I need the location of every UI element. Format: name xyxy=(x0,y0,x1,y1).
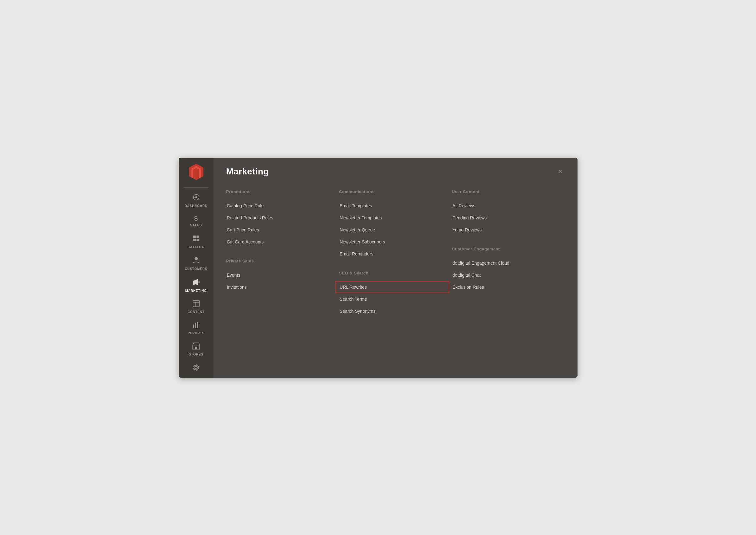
svg-point-22 xyxy=(195,366,198,369)
events-item[interactable]: Events xyxy=(226,269,333,281)
sidebar-item-stores[interactable]: STORES xyxy=(179,338,214,359)
sidebar-item-label: DASHBOARD xyxy=(184,204,207,208)
svg-point-10 xyxy=(199,281,200,283)
svg-line-3 xyxy=(198,196,199,196)
svg-rect-5 xyxy=(193,236,196,238)
sales-icon: $ xyxy=(194,215,198,222)
customers-icon xyxy=(193,256,200,265)
svg-rect-7 xyxy=(193,239,196,241)
sidebar-item-reports[interactable]: REPORTS xyxy=(179,317,214,338)
cart-price-rules-item[interactable]: Cart Price Rules xyxy=(226,224,333,236)
private-sales-section-title: Private Sales xyxy=(226,259,333,264)
communications-section-title: Communications xyxy=(339,189,446,194)
svg-rect-17 xyxy=(197,322,198,328)
email-templates-item[interactable]: Email Templates xyxy=(339,200,446,212)
menu-content: Promotions Catalog Price Rule Related Pr… xyxy=(214,183,578,378)
sidebar-item-label: MARKETING xyxy=(185,289,207,293)
search-terms-item[interactable]: Search Terms xyxy=(339,293,446,305)
sidebar-item-marketing[interactable]: MARKETING xyxy=(179,274,214,296)
yotpo-reviews-item[interactable]: Yotpo Reviews xyxy=(452,224,558,236)
catalog-icon xyxy=(192,235,200,243)
customer-engagement-section-title: Customer Engagement xyxy=(452,247,558,251)
sidebar-item-system[interactable] xyxy=(179,359,214,378)
section-gap xyxy=(452,236,558,243)
svg-rect-21 xyxy=(195,347,197,350)
newsletter-queue-item[interactable]: Newsletter Queue xyxy=(339,224,446,236)
content-icon xyxy=(193,300,200,308)
pending-reviews-item[interactable]: Pending Reviews xyxy=(452,212,558,224)
sidebar-item-label: REPORTS xyxy=(188,331,205,335)
sidebar-divider xyxy=(184,187,208,188)
sidebar-item-label: CONTENT xyxy=(188,310,205,314)
svg-rect-16 xyxy=(195,323,196,328)
search-synonyms-item[interactable]: Search Synonyms xyxy=(339,305,446,317)
app-window: DASHBOARD $ SALES CATALOG xyxy=(179,158,578,378)
newsletter-subscribers-item[interactable]: Newsletter Subscribers xyxy=(339,236,446,248)
close-button[interactable]: × xyxy=(556,167,565,176)
section-gap xyxy=(339,260,446,268)
main-panel: Marketing × Promotions Catalog Price Rul… xyxy=(214,158,578,378)
svg-rect-6 xyxy=(197,236,199,238)
svg-point-1 xyxy=(195,196,197,198)
promotions-section-title: Promotions xyxy=(226,189,333,194)
gift-card-accounts-item[interactable]: Gift Card Accounts xyxy=(226,236,333,248)
svg-point-9 xyxy=(195,257,198,260)
email-reminders-item[interactable]: Email Reminders xyxy=(339,248,446,260)
sidebar-item-content[interactable]: CONTENT xyxy=(179,296,214,317)
sidebar-item-label: SALES xyxy=(190,223,202,227)
dotdigital-chat-item[interactable]: dotdigital Chat xyxy=(452,269,558,281)
dashboard-icon xyxy=(192,193,200,202)
communications-column: Communications Email Templates Newslette… xyxy=(339,186,452,365)
catalog-price-rule-item[interactable]: Catalog Price Rule xyxy=(226,200,333,212)
seo-search-section-title: SEO & Search xyxy=(339,271,446,275)
sidebar-item-label: STORES xyxy=(189,352,203,356)
all-reviews-item[interactable]: All Reviews xyxy=(452,200,558,212)
stores-icon xyxy=(192,343,200,351)
dotdigital-engagement-cloud-item[interactable]: dotdigital Engagement Cloud xyxy=(452,257,558,269)
panel-title: Marketing xyxy=(226,166,269,177)
reports-icon xyxy=(193,321,200,329)
sidebar-item-label: CATALOG xyxy=(188,245,205,249)
svg-rect-18 xyxy=(199,324,199,328)
url-rewrites-item[interactable]: URL Rewrites xyxy=(335,281,449,293)
svg-rect-15 xyxy=(193,324,194,328)
panel-header: Marketing × xyxy=(214,158,578,183)
svg-rect-11 xyxy=(193,283,195,285)
invitations-item[interactable]: Invitations xyxy=(226,281,333,293)
svg-rect-12 xyxy=(193,300,199,307)
exclusion-rules-item[interactable]: Exclusion Rules xyxy=(452,281,558,293)
sidebar: DASHBOARD $ SALES CATALOG xyxy=(179,158,214,378)
system-icon xyxy=(192,364,200,373)
sidebar-logo[interactable] xyxy=(179,158,214,186)
sidebar-item-dashboard[interactable]: DASHBOARD xyxy=(179,189,214,211)
user-content-column: User Content All Reviews Pending Reviews… xyxy=(452,186,565,365)
sidebar-item-sales[interactable]: $ SALES xyxy=(179,211,214,230)
sidebar-item-customers[interactable]: CUSTOMERS xyxy=(179,252,214,274)
svg-rect-8 xyxy=(197,239,199,241)
user-content-section-title: User Content xyxy=(452,189,558,194)
related-products-rules-item[interactable]: Related Products Rules xyxy=(226,212,333,224)
section-gap xyxy=(226,248,333,255)
promotions-column: Promotions Catalog Price Rule Related Pr… xyxy=(226,186,339,365)
sidebar-item-label: CUSTOMERS xyxy=(185,267,207,271)
marketing-icon xyxy=(192,278,200,287)
newsletter-templates-item[interactable]: Newsletter Templates xyxy=(339,212,446,224)
sidebar-item-catalog[interactable]: CATALOG xyxy=(179,230,214,252)
